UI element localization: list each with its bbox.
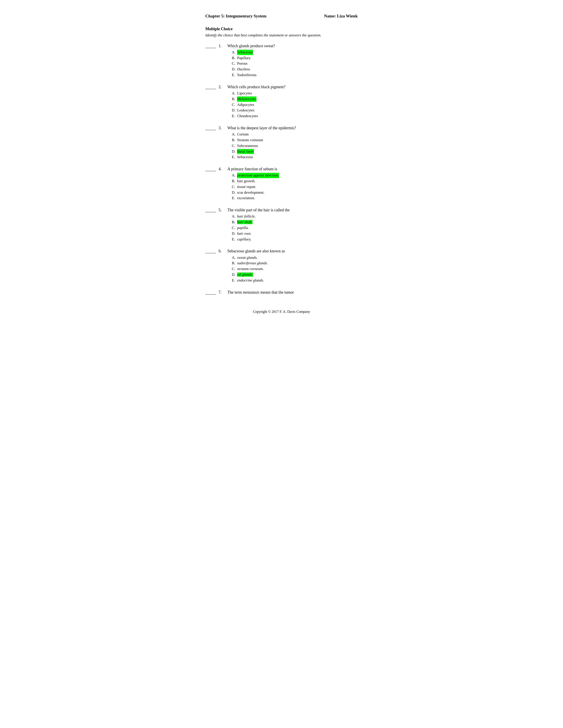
option-text: Corium bbox=[237, 132, 248, 137]
option-text: hair follicle. bbox=[237, 214, 256, 219]
option-text: oil glands. bbox=[237, 272, 253, 277]
question-text: Sebaceous glands are also known as bbox=[227, 248, 358, 254]
question-block: 1.Which glands produce sweat?A.Sebaceous… bbox=[205, 43, 358, 78]
option-item: C.papilla. bbox=[232, 225, 358, 231]
option-item: C.Subcutaneous bbox=[232, 143, 358, 148]
question-text: A primary function of sebum is bbox=[227, 166, 358, 172]
option-item: C.stratum corneum. bbox=[232, 266, 358, 272]
question-content: What is the deepest layer of the epiderm… bbox=[227, 125, 358, 160]
option-text: Basal layer bbox=[237, 149, 254, 154]
answer-blank bbox=[205, 44, 216, 48]
option-item: C.tissue repair. bbox=[232, 184, 358, 190]
page-header: Chapter 5: Integumentary System Name: Li… bbox=[205, 13, 358, 19]
option-item: D.Basal layer bbox=[232, 149, 358, 154]
option-item: D.oil glands. bbox=[232, 272, 358, 277]
option-item: E.capillary. bbox=[232, 237, 358, 242]
option-text: sudoriferous glands. bbox=[237, 261, 268, 266]
option-label: B. bbox=[232, 137, 237, 143]
question-block: 2.Which cells produce black pigment?A.Li… bbox=[205, 84, 358, 119]
option-item: E.Sudoriferous bbox=[232, 72, 358, 78]
question-number: 6. bbox=[218, 248, 226, 254]
option-label: D. bbox=[232, 108, 237, 113]
option-label: A. bbox=[232, 255, 237, 260]
question-number: 1. bbox=[218, 43, 226, 49]
question-text: Which glands produce sweat? bbox=[227, 43, 358, 49]
option-text: papilla. bbox=[237, 225, 248, 231]
option-label: C. bbox=[232, 266, 237, 272]
answer-blank bbox=[205, 290, 216, 295]
option-label: D. bbox=[232, 67, 237, 72]
option-item: D.hair root. bbox=[232, 231, 358, 236]
option-item: A.Corium bbox=[232, 132, 358, 137]
option-text: protection against infection. bbox=[237, 173, 279, 178]
option-item: A.Lipocytes bbox=[232, 91, 358, 96]
section-title: Multiple Choice bbox=[205, 26, 358, 32]
options-list: A.SebaceousB.PapillaryC.PorousD.Ductless… bbox=[227, 50, 358, 78]
option-label: A. bbox=[232, 173, 237, 178]
answer-blank bbox=[205, 208, 216, 212]
option-text: Sudoriferous bbox=[237, 72, 256, 78]
question-number: 3. bbox=[218, 125, 226, 131]
option-item: E.Sebaceous bbox=[232, 154, 358, 160]
option-text: Subcutaneous bbox=[237, 143, 258, 148]
option-label: B. bbox=[232, 178, 237, 184]
option-label: E. bbox=[232, 113, 237, 119]
option-item: E.Chondrocytes bbox=[232, 113, 358, 119]
question-content: Sebaceous glands are also known asA.swea… bbox=[227, 248, 358, 283]
option-item: B.Papillary bbox=[232, 55, 358, 61]
option-item: D.Ductless bbox=[232, 67, 358, 72]
question-text: The term metastasis means that the tumor bbox=[227, 290, 358, 295]
option-item: B.Stratum corneum bbox=[232, 137, 358, 143]
footer: Copyright © 2017 F. A. Davis Company bbox=[205, 309, 358, 314]
options-list: A.LipocytesB.MelanocytesC.AdipocytesD.Le… bbox=[227, 91, 358, 119]
chapter-title: Chapter 5: Integumentary System bbox=[205, 13, 266, 19]
option-item: A.protection against infection. bbox=[232, 173, 358, 178]
option-item: A.Sebaceous bbox=[232, 50, 358, 55]
option-label: E. bbox=[232, 237, 237, 242]
question-text: What is the deepest layer of the epiderm… bbox=[227, 125, 358, 131]
option-text: Sebaceous bbox=[237, 154, 253, 160]
option-label: E. bbox=[232, 195, 237, 201]
options-list: A.sweat glands.B.sudoriferous glands.C.s… bbox=[227, 255, 358, 283]
question-number: 4. bbox=[218, 166, 226, 172]
question-number: 2. bbox=[218, 84, 226, 90]
answer-blank bbox=[205, 126, 216, 130]
option-label: B. bbox=[232, 220, 237, 225]
option-text: tissue repair. bbox=[237, 184, 256, 190]
copyright-text: Copyright © 2017 F. A. Davis Company bbox=[253, 310, 310, 313]
option-text: Ductless bbox=[237, 67, 250, 72]
option-item: D.Leukocytes bbox=[232, 108, 358, 113]
question-number: 5. bbox=[218, 207, 226, 213]
question-number: 7. bbox=[218, 290, 226, 295]
option-item: C.Porous bbox=[232, 61, 358, 66]
option-text: hair growth. bbox=[237, 178, 255, 184]
answer-blank bbox=[205, 167, 216, 171]
option-label: D. bbox=[232, 149, 237, 154]
option-item: D.scar development. bbox=[232, 190, 358, 195]
option-text: Leukocytes bbox=[237, 108, 254, 113]
options-list: A.protection against infection.B.hair gr… bbox=[227, 173, 358, 201]
option-text: capillary. bbox=[237, 237, 251, 242]
option-text: Porous bbox=[237, 61, 247, 66]
question-text: The visible part of the hair is called t… bbox=[227, 207, 358, 213]
option-label: A. bbox=[232, 91, 237, 96]
question-block: 7.The term metastasis means that the tum… bbox=[205, 290, 358, 296]
option-item: A.hair follicle. bbox=[232, 214, 358, 219]
option-item: E.endocrine glands. bbox=[232, 278, 358, 283]
option-label: B. bbox=[232, 261, 237, 266]
option-text: Sebaceous bbox=[237, 50, 253, 55]
option-text: hair shaft. bbox=[237, 220, 252, 225]
option-item: B.hair growth. bbox=[232, 178, 358, 184]
option-item: B.sudoriferous glands. bbox=[232, 261, 358, 266]
option-text: stratum corneum. bbox=[237, 266, 263, 272]
option-label: D. bbox=[232, 190, 237, 195]
option-label: A. bbox=[232, 50, 237, 55]
option-text: Chondrocytes bbox=[237, 113, 258, 119]
question-block: 4.A primary function of sebum isA.protec… bbox=[205, 166, 358, 201]
question-content: The visible part of the hair is called t… bbox=[227, 207, 358, 242]
option-item: E.excoriation. bbox=[232, 195, 358, 201]
option-text: endocrine glands. bbox=[237, 278, 264, 283]
option-label: A. bbox=[232, 132, 237, 137]
option-text: Adipocytes bbox=[237, 102, 254, 107]
question-content: Which cells produce black pigment?A.Lipo… bbox=[227, 84, 358, 119]
